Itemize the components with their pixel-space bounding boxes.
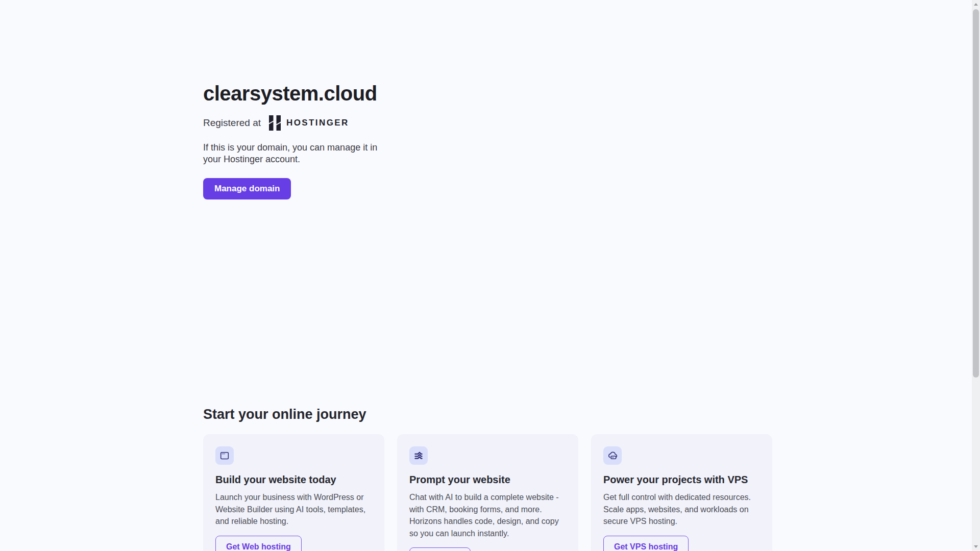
card-prompt-website: Prompt your website Chat with AI to buil… bbox=[397, 434, 578, 551]
get-web-hosting-button[interactable]: Get Web hosting bbox=[215, 536, 302, 551]
scrollbar-up-arrow-icon[interactable] bbox=[974, 3, 978, 6]
browser-window-icon bbox=[215, 446, 234, 465]
card-body: Get full control with dedicated resource… bbox=[603, 491, 760, 528]
scrollbar-down-arrow-icon[interactable] bbox=[974, 545, 978, 548]
card-vps-hosting: Power your projects with VPS Get full co… bbox=[591, 434, 772, 551]
card-body: Launch your business with WordPress or W… bbox=[215, 491, 372, 528]
registered-at-label: Registered at bbox=[203, 117, 261, 129]
card-title: Build your website today bbox=[215, 473, 372, 486]
domain-title: clearsystem.cloud bbox=[203, 82, 489, 105]
journey-heading: Start your online journey bbox=[203, 406, 772, 423]
horizons-button[interactable] bbox=[409, 547, 471, 551]
manage-domain-button[interactable]: Manage domain bbox=[203, 178, 291, 199]
get-vps-hosting-button[interactable]: Get VPS hosting bbox=[603, 536, 689, 551]
scrollbar[interactable] bbox=[972, 0, 980, 551]
horizons-waves-icon bbox=[409, 446, 428, 465]
offer-cards-row: Build your website today Launch your bus… bbox=[203, 434, 772, 551]
journey-section: Start your online journey Build your web… bbox=[203, 406, 772, 551]
scrollbar-thumb[interactable] bbox=[973, 9, 979, 378]
hero-description: If this is your domain, you can manage i… bbox=[203, 142, 386, 165]
hostinger-wordmark: HOSTINGER bbox=[286, 118, 349, 128]
card-title: Power your projects with VPS bbox=[603, 473, 760, 486]
card-body: Chat with AI to build a complete website… bbox=[409, 491, 566, 539]
cloud-server-icon bbox=[603, 446, 622, 465]
hero-section: clearsystem.cloud Registered at HOSTINGE… bbox=[203, 82, 489, 199]
registrar-row: Registered at HOSTINGER bbox=[203, 115, 489, 131]
hostinger-logo-icon bbox=[269, 115, 281, 131]
card-title: Prompt your website bbox=[409, 473, 566, 486]
card-web-hosting: Build your website today Launch your bus… bbox=[203, 434, 384, 551]
